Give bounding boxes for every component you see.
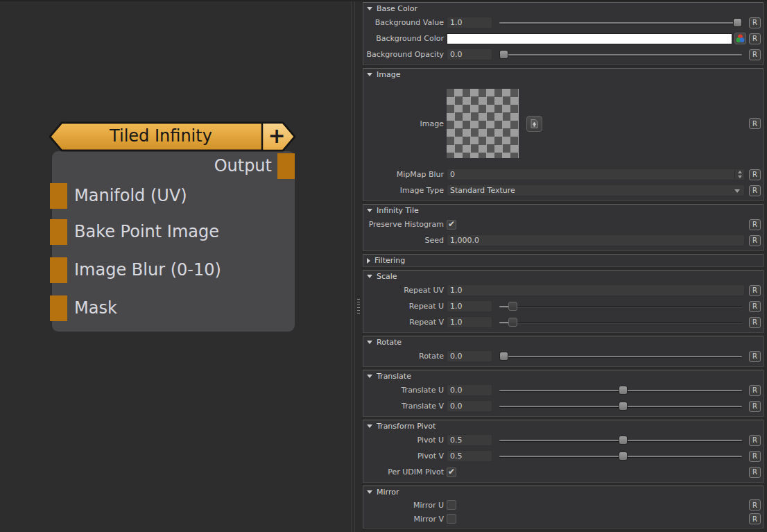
- section-header-transform-pivot[interactable]: Transform Pivot: [363, 420, 763, 432]
- row-label: MipMap Blur: [363, 170, 447, 179]
- value-field[interactable]: 1.0: [447, 284, 745, 296]
- import-image-button[interactable]: [526, 116, 542, 132]
- slider[interactable]: [499, 352, 742, 361]
- input-port-bake-point-image[interactable]: [50, 219, 67, 245]
- slider[interactable]: [499, 386, 742, 395]
- row-label: Background Value: [363, 18, 447, 27]
- image-thumbnail-checkerboard[interactable]: [447, 89, 519, 158]
- slider-handle[interactable]: [508, 302, 517, 311]
- section-header-base-color[interactable]: Base Color: [363, 3, 763, 15]
- reset-button[interactable]: R: [749, 467, 761, 478]
- field-value: 1.0: [450, 18, 463, 27]
- row-mirror-v: Mirror VR: [363, 512, 763, 526]
- reset-button[interactable]: R: [749, 118, 761, 129]
- output-port[interactable]: [277, 153, 295, 179]
- reset-button[interactable]: R: [749, 499, 761, 510]
- slider-handle[interactable]: [508, 318, 517, 327]
- value-field[interactable]: 0.0: [447, 49, 492, 60]
- color-swatch[interactable]: [447, 33, 732, 44]
- reset-button[interactable]: R: [749, 451, 761, 462]
- value-field[interactable]: 0.0: [447, 400, 492, 412]
- spin-up-icon[interactable]: [738, 171, 742, 173]
- value-field[interactable]: 0.0: [447, 350, 492, 362]
- section-title: Transform Pivot: [377, 422, 436, 431]
- reset-button[interactable]: R: [749, 351, 761, 362]
- slider-track[interactable]: [499, 54, 742, 55]
- row-label: Background Opacity: [363, 50, 447, 59]
- section-header-rotate[interactable]: Rotate: [363, 336, 763, 348]
- dropdown-arrow-icon: [734, 189, 740, 193]
- input-port-manifold-uv[interactable]: [50, 183, 67, 209]
- spin-down-icon[interactable]: [738, 175, 742, 178]
- checkbox-mirror-u[interactable]: [447, 500, 456, 510]
- reset-button[interactable]: R: [749, 219, 761, 230]
- color-picker-button[interactable]: [734, 33, 746, 44]
- reset-button[interactable]: R: [749, 513, 761, 524]
- node-body[interactable]: Output Manifold (UV)Bake Point ImageImag…: [52, 151, 295, 332]
- slider-track[interactable]: [499, 322, 742, 323]
- slider[interactable]: [499, 18, 742, 28]
- slider[interactable]: [499, 302, 742, 311]
- reset-button[interactable]: R: [749, 49, 761, 60]
- field-value: 0.5: [450, 452, 463, 461]
- value-field[interactable]: 0.5: [447, 450, 492, 462]
- node-tiled-infinity[interactable]: Tiled Infinity + Output Manifold (UV)Bak…: [49, 121, 296, 332]
- slider[interactable]: [499, 50, 742, 60]
- triangle-expanded-icon: [367, 490, 372, 494]
- row-label: Translate V: [363, 402, 447, 411]
- slider-handle[interactable]: [619, 386, 628, 395]
- value-field[interactable]: 1.0: [447, 17, 492, 28]
- section-header-filtering[interactable]: Filtering: [363, 255, 763, 266]
- slider[interactable]: [499, 402, 742, 411]
- slider[interactable]: [499, 318, 742, 327]
- checkbox-per-udim-pivot[interactable]: ✔: [447, 467, 456, 477]
- value-field[interactable]: 1.0: [447, 300, 492, 312]
- section-header-translate[interactable]: Translate: [363, 370, 763, 382]
- slider[interactable]: [499, 436, 742, 445]
- node-header[interactable]: Tiled Infinity +: [49, 121, 296, 152]
- input-port-label: Image Blur (0-10): [74, 257, 221, 283]
- reset-button[interactable]: R: [749, 185, 761, 196]
- slider-handle[interactable]: [733, 18, 742, 27]
- pane-splitter[interactable]: [351, 0, 362, 532]
- reset-button[interactable]: R: [749, 33, 761, 44]
- reset-button[interactable]: R: [749, 317, 761, 328]
- value-field[interactable]: 0.0: [447, 384, 492, 396]
- reset-button[interactable]: R: [749, 17, 761, 28]
- node-add-port-button[interactable]: +: [262, 121, 291, 152]
- section-header-scale[interactable]: Scale: [363, 271, 763, 282]
- dropdown-image-type[interactable]: Standard Texture: [447, 185, 745, 196]
- slider-handle[interactable]: [499, 50, 508, 59]
- node-graph-canvas[interactable]: Tiled Infinity + Output Manifold (UV)Bak…: [0, 0, 351, 532]
- checkbox-preserve-histogram[interactable]: ✔: [447, 220, 456, 230]
- slider-track[interactable]: [499, 306, 742, 307]
- input-port-mask[interactable]: [50, 295, 67, 321]
- spin-field-mipmap-blur[interactable]: 0: [447, 169, 745, 180]
- slider-track[interactable]: [499, 22, 742, 24]
- section-header-mirror[interactable]: Mirror: [363, 486, 763, 498]
- reset-button[interactable]: R: [749, 285, 761, 296]
- reset-button[interactable]: R: [749, 401, 761, 412]
- reset-button[interactable]: R: [749, 235, 761, 246]
- field-value: 0.5: [450, 436, 463, 445]
- slider-handle[interactable]: [499, 352, 508, 361]
- spinner-buttons[interactable]: [734, 170, 744, 179]
- slider-handle[interactable]: [619, 452, 628, 461]
- reset-button[interactable]: R: [749, 301, 761, 312]
- slider-track[interactable]: [499, 356, 742, 357]
- value-field[interactable]: 1.0: [447, 316, 492, 328]
- slider-handle[interactable]: [619, 402, 628, 411]
- input-port-image-blur-0-10[interactable]: [50, 257, 67, 283]
- reset-button[interactable]: R: [749, 385, 761, 396]
- value-field[interactable]: 0.5: [447, 434, 492, 446]
- checkbox-mirror-v[interactable]: [447, 514, 456, 524]
- row-per-udim-pivot: Per UDIM Pivot✔R: [363, 464, 763, 480]
- value-field[interactable]: 1,000.0: [447, 234, 745, 246]
- slider-handle[interactable]: [619, 436, 628, 445]
- section-header-infinity-tile[interactable]: Infinity Tile: [363, 205, 763, 216]
- reset-button[interactable]: R: [749, 169, 761, 180]
- slider[interactable]: [499, 452, 742, 461]
- reset-button[interactable]: R: [749, 435, 761, 446]
- row-label: Rotate: [363, 352, 447, 361]
- section-header-image[interactable]: Image: [363, 69, 763, 80]
